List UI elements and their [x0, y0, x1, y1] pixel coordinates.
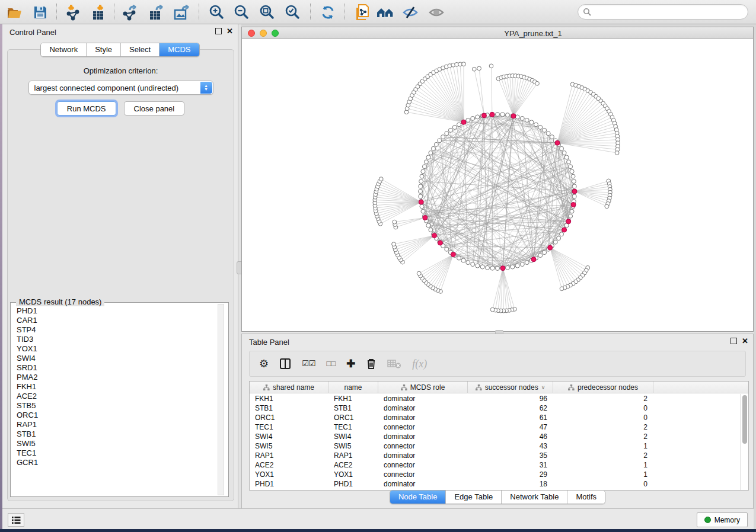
- float-panel-icon[interactable]: [215, 28, 222, 34]
- table-row[interactable]: ACE2ACE2connector311: [250, 460, 740, 470]
- table-row[interactable]: TEC1TEC1connector472: [250, 422, 740, 432]
- table-row[interactable]: RAP1RAP1dominator352: [250, 451, 740, 460]
- add-column-icon[interactable]: ✚: [346, 358, 355, 370]
- table-scrollbar[interactable]: [740, 394, 748, 490]
- table-row[interactable]: FKH1FKH1dominator962: [250, 394, 740, 403]
- tab-node-table[interactable]: Node Table: [390, 491, 446, 504]
- tab-edge-table[interactable]: Edge Table: [446, 491, 502, 504]
- network-file-button[interactable]: [352, 3, 371, 21]
- mcds-node-item[interactable]: YOX1: [17, 344, 213, 354]
- zoom-fit-button[interactable]: [257, 3, 276, 21]
- mcds-node-item[interactable]: PMA2: [17, 373, 213, 382]
- toggle-panes-icon[interactable]: [279, 358, 291, 370]
- task-history-button[interactable]: [8, 513, 24, 527]
- mcds-node-item[interactable]: RAP1: [17, 420, 213, 430]
- network-canvas[interactable]: [242, 39, 753, 332]
- mcds-node-item[interactable]: STB5: [17, 401, 213, 411]
- tab-mcds[interactable]: MCDS: [160, 43, 199, 56]
- export-network-button[interactable]: [121, 3, 140, 21]
- export-image-button[interactable]: [173, 3, 192, 21]
- mcds-list-scrollbar[interactable]: [218, 304, 224, 495]
- mcds-node-item[interactable]: STP4: [17, 325, 213, 335]
- table-row[interactable]: SWI5SWI5connector431: [250, 441, 740, 451]
- column-header-MCDS-role[interactable]: MCDS role: [378, 382, 468, 393]
- cell: 18: [468, 479, 553, 489]
- float-table-panel-icon[interactable]: [731, 338, 737, 344]
- mcds-node-item[interactable]: CAR1: [17, 316, 213, 325]
- run-mcds-button[interactable]: Run MCDS: [57, 101, 116, 116]
- zoom-selected-button[interactable]: [283, 3, 302, 21]
- zoom-in-button[interactable]: [207, 3, 226, 21]
- close-mcds-panel-button[interactable]: Close panel: [124, 101, 185, 116]
- table-toolbar: ⚙ ☑☑ □□ ✚ f(x): [249, 351, 746, 377]
- import-table-icon: [91, 4, 107, 21]
- export-table-button[interactable]: [147, 3, 166, 21]
- open-file-button[interactable]: [5, 3, 24, 21]
- close-panel-icon[interactable]: ✕: [227, 28, 233, 34]
- table-scrollbar-thumb[interactable]: [742, 395, 747, 444]
- optimization-criterion-label: Optimization criterion:: [8, 66, 234, 75]
- network-titlebar[interactable]: YPA_prune.txt_1: [242, 27, 753, 39]
- cell: RAP1: [250, 451, 328, 460]
- show-all-button[interactable]: [427, 3, 446, 21]
- mcds-node-item[interactable]: SWI5: [17, 439, 213, 448]
- mcds-node-item[interactable]: GCR1: [17, 458, 213, 467]
- settings-gear-icon[interactable]: ⚙: [259, 358, 269, 370]
- table-row[interactable]: YOX1YOX1connector291: [250, 470, 740, 479]
- mcds-node-item[interactable]: ORC1: [17, 411, 213, 420]
- search-input[interactable]: [594, 8, 743, 16]
- tab-style[interactable]: Style: [87, 43, 121, 56]
- select-all-icon[interactable]: ☑☑: [302, 358, 315, 370]
- delete-column-icon[interactable]: [366, 358, 377, 370]
- column-header-predecessor-nodes[interactable]: predecessor nodes: [553, 382, 653, 393]
- mcds-node-item[interactable]: TID3: [17, 335, 213, 344]
- refresh-layout-button[interactable]: [318, 3, 337, 21]
- hide-selected-button[interactable]: [401, 3, 420, 21]
- cell: 0: [553, 413, 653, 422]
- table-row[interactable]: ORC1ORC1dominator610: [250, 413, 740, 422]
- column-header-successor-nodes[interactable]: successor nodes∨: [468, 382, 553, 393]
- cell: 2: [553, 422, 653, 432]
- mcds-node-item[interactable]: PHD1: [17, 306, 213, 316]
- column-header-name[interactable]: name: [328, 382, 378, 393]
- zoom-out-button[interactable]: [232, 3, 251, 21]
- memory-status-icon: [704, 517, 711, 523]
- save-session-button[interactable]: [31, 3, 50, 21]
- first-neighbors-button[interactable]: [376, 3, 395, 21]
- mcds-node-item[interactable]: FKH1: [17, 382, 213, 392]
- tab-select[interactable]: Select: [121, 43, 160, 56]
- cell: TEC1: [328, 422, 378, 432]
- main-toolbar: [0, 0, 756, 24]
- table-row[interactable]: PHD1PHD1dominator180: [250, 479, 740, 489]
- tab-network[interactable]: Network: [41, 43, 87, 56]
- search-box[interactable]: [578, 4, 748, 20]
- memory-label: Memory: [714, 516, 740, 524]
- zoom-selected-icon: [284, 4, 301, 21]
- mcds-node-item[interactable]: SWI4: [17, 354, 213, 363]
- deselect-all-icon[interactable]: □□: [326, 358, 336, 370]
- close-table-panel-icon[interactable]: ✕: [742, 338, 748, 344]
- mcds-result-list[interactable]: PHD1CAR1STP4TID3YOX1SWI4SRD1PMA2FKH1ACE2…: [17, 306, 213, 494]
- table-row[interactable]: STB1STB1dominator620: [250, 403, 740, 413]
- table-row[interactable]: SWI4SWI4dominator462: [250, 432, 740, 441]
- mcds-node-item[interactable]: ACE2: [17, 392, 213, 401]
- optimization-criterion-select[interactable]: largest connected component (undirected)…: [28, 81, 213, 95]
- column-header-shared-name[interactable]: shared name: [250, 382, 328, 393]
- import-table-button[interactable]: [90, 3, 109, 21]
- mcds-node-item[interactable]: STB1: [17, 430, 213, 439]
- tab-network-table[interactable]: Network Table: [502, 491, 567, 504]
- cell: connector: [378, 460, 468, 470]
- mcds-node-item[interactable]: SRD1: [17, 363, 213, 373]
- first-neighbors-icon: [376, 5, 395, 20]
- mcds-node-item[interactable]: TEC1: [17, 448, 213, 458]
- cell: dominator: [378, 413, 468, 422]
- import-network-button[interactable]: [65, 3, 84, 21]
- cell: 62: [468, 403, 553, 413]
- node-table[interactable]: shared namenameMCDS rolesuccessor nodes∨…: [249, 381, 749, 491]
- zoom-in-icon: [208, 4, 225, 21]
- tab-motifs[interactable]: Motifs: [567, 491, 605, 504]
- cell: YOX1: [328, 470, 378, 479]
- cell: 31: [468, 460, 553, 470]
- memory-button[interactable]: Memory: [697, 512, 748, 527]
- hide-selected-icon: [402, 5, 419, 20]
